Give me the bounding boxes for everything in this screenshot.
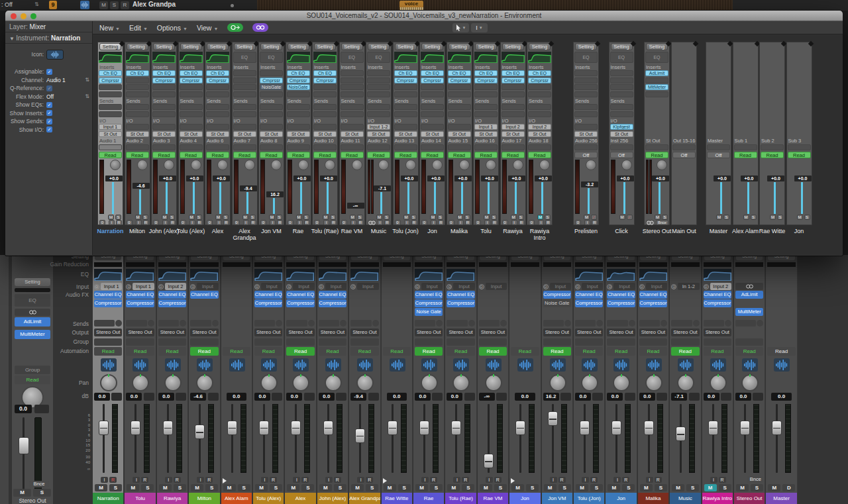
fader-track[interactable]: [231, 404, 233, 473]
channel-name-label[interactable]: Master: [766, 493, 796, 504]
insert-slot-compressor[interactable]: Compressor: [607, 299, 635, 307]
mute-button[interactable]: M: [576, 484, 588, 491]
mute-button[interactable]: M: [351, 484, 364, 491]
send-slot-empty[interactable]: [502, 104, 525, 110]
automation-button[interactable]: Read: [607, 347, 635, 356]
setting-button[interactable]: Setting: [255, 255, 282, 260]
mixer-channel-john-alex[interactable]: SettingOInputChannel EQCompressorStereo …: [317, 255, 348, 504]
output-slot[interactable]: St Out: [152, 131, 176, 137]
group-slot[interactable]: [610, 144, 633, 150]
channel-name-rawiya-intro[interactable]: Rawiya Intro: [523, 228, 556, 241]
cable-link-icon[interactable]: [252, 23, 268, 32]
eq-thumbnail[interactable]: [126, 52, 149, 63]
mute-button[interactable]: M: [95, 484, 107, 491]
send-slot-empty[interactable]: [152, 104, 176, 110]
channel-name-label[interactable]: Malika: [638, 493, 668, 504]
send-slot-empty[interactable]: [180, 104, 203, 110]
mixer-channel-alex[interactable]: SettingOInputChannel EQCompressorStereo …: [285, 255, 316, 504]
input-slot[interactable]: Input 1-2: [367, 124, 390, 130]
send-knob[interactable]: [661, 320, 667, 327]
menu-new[interactable]: New ▼: [99, 24, 120, 32]
pan-knob[interactable]: [164, 160, 174, 170]
insert-slot-channel-eq[interactable]: Channel EQ: [158, 291, 186, 299]
send-slot-empty[interactable]: [421, 111, 444, 117]
input-monitor-button[interactable]: I: [109, 220, 115, 225]
automation-button[interactable]: Read: [448, 152, 471, 158]
record-enable-button[interactable]: R: [519, 220, 525, 225]
send-knob[interactable]: [629, 320, 635, 327]
automation-button[interactable]: Read: [313, 152, 337, 158]
insert-slot-compressor[interactable]: Compressor: [704, 299, 731, 307]
eq-thumbnail[interactable]: [190, 269, 218, 281]
db-value[interactable]: 0.0: [639, 393, 655, 401]
output-slot[interactable]: Stereo Out: [254, 328, 282, 336]
group-slot[interactable]: [254, 338, 282, 346]
mute-button[interactable]: M: [255, 484, 268, 491]
setting-button[interactable]: Setting: [421, 43, 443, 50]
automation-button[interactable]: Read: [254, 347, 282, 356]
record-enable-button[interactable]: R: [197, 220, 203, 225]
db-value[interactable]: 0.0: [415, 393, 431, 401]
input-slot-empty[interactable]: [574, 124, 598, 130]
group-slot[interactable]: [126, 144, 149, 150]
output-slot[interactable]: St Out: [126, 131, 149, 137]
record-enable-button[interactable]: R: [411, 220, 417, 225]
insert-slot-empty[interactable]: [394, 84, 417, 90]
fader-value[interactable]: +0.0: [741, 176, 758, 181]
input-monitor-button[interactable]: I: [293, 477, 300, 483]
mute-button[interactable]: M: [215, 215, 221, 220]
channel-strip-john-alex[interactable]: SettingInsertsCh EQCmprssrSendsI/OSt Out…: [151, 42, 177, 225]
menu-view[interactable]: View ▼: [197, 24, 218, 32]
fader-value[interactable]: +0.0: [767, 176, 784, 181]
db-value[interactable]: 0.0: [704, 393, 719, 401]
spill-triangle-icon[interactable]: [511, 478, 515, 483]
insert-slot-cmprssr[interactable]: Cmprssr: [152, 77, 176, 83]
checkbox-assignable[interactable]: ✓: [46, 69, 52, 75]
channel-name-jon[interactable]: Jon: [783, 228, 816, 235]
eq-thumbnail[interactable]: [415, 269, 443, 281]
solo-button[interactable]: S: [238, 484, 250, 491]
record-enable-button[interactable]: R: [462, 477, 469, 483]
input-slot[interactable]: Input: [293, 283, 314, 290]
mixer-channel-alex-grandpa[interactable]: SettingOInputStereo OutRead-9.4IRMSAlex …: [349, 255, 380, 504]
mixer-channel-rae[interactable]: SettingOInputChannel EQCompressorNoise G…: [413, 255, 445, 504]
fader[interactable]: [273, 198, 275, 215]
mute-button[interactable]: M: [584, 215, 590, 220]
stepper-icon[interactable]: ⇅: [85, 77, 89, 83]
record-enable-button[interactable]: R: [545, 220, 551, 225]
input-slot-empty[interactable]: [260, 124, 283, 130]
send-slot-empty[interactable]: [367, 104, 390, 110]
automation-button[interactable]: Read: [350, 347, 378, 356]
insert-slot-empty[interactable]: [313, 91, 337, 97]
mixer-channel-music[interactable]: SettingOIn 1-2Stereo OutRead-7.1MSMusic: [670, 255, 701, 504]
output-slot[interactable]: Stereo Out: [350, 328, 378, 336]
send-slot[interactable]: [415, 320, 435, 327]
db-value[interactable]: 0.0: [227, 393, 246, 401]
channel-strip-tolu-alex[interactable]: SettingInsertsCh EQCmprssrSendsI/OSt Out…: [178, 42, 204, 225]
insert-slot-empty[interactable]: [528, 91, 551, 97]
record-enable-button[interactable]: R: [205, 477, 213, 483]
input-slot-empty[interactable]: [206, 124, 229, 130]
output-slot[interactable]: St Out: [313, 131, 337, 137]
insert-slot-cmprssr[interactable]: Cmprssr: [502, 77, 525, 83]
fader-value[interactable]: +0.0: [617, 176, 634, 181]
mute-button[interactable]: M: [608, 484, 620, 491]
input-slot-empty[interactable]: [341, 124, 364, 130]
fader[interactable]: [461, 182, 463, 215]
setting-button[interactable]: Setting: [351, 255, 378, 260]
fader-track[interactable]: [455, 404, 457, 473]
input-monitor-button[interactable]: I: [646, 477, 653, 483]
send-slot-empty[interactable]: [474, 104, 498, 110]
solo-button[interactable]: S: [223, 215, 229, 220]
insert-slot-channel-eq[interactable]: Channel EQ: [639, 291, 667, 299]
send-slot-empty[interactable]: [502, 111, 525, 117]
automation-button[interactable]: Read: [575, 347, 603, 356]
solo-button[interactable]: S: [276, 215, 282, 220]
mixer-channel-tolu[interactable]: SettingOInput 1Channel EQCompressorStere…: [125, 255, 156, 504]
mixer-channel-malika[interactable]: SettingOInputChannel EQCompressorStereo …: [638, 255, 669, 504]
automation-button[interactable]: Read: [319, 347, 346, 356]
insert-slot-channel-eq[interactable]: Channel EQ: [415, 291, 443, 299]
eq-button[interactable]: EQ: [260, 52, 283, 63]
fader-track[interactable]: [263, 404, 265, 473]
pan-knob[interactable]: [292, 374, 309, 391]
